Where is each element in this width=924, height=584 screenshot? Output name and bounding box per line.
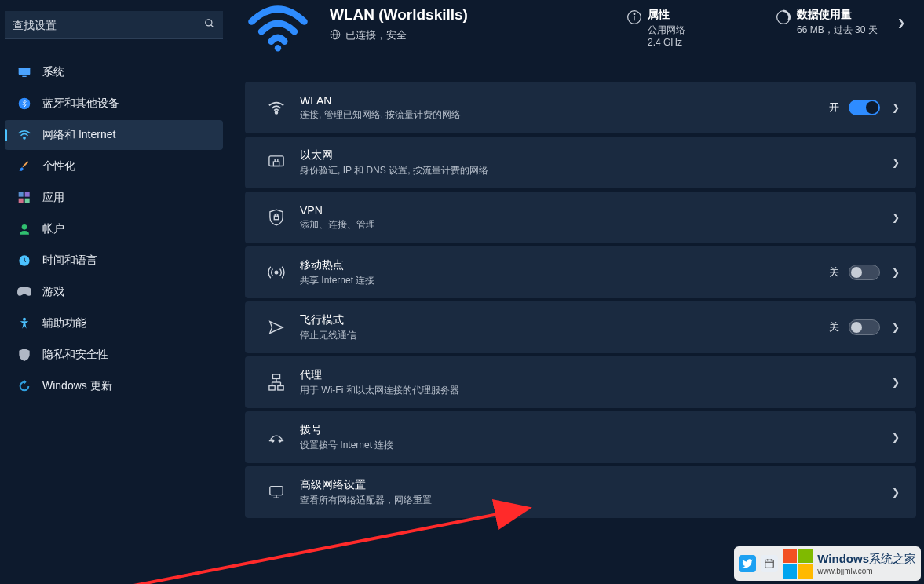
sidebar-item-label: 网络和 Internet: [42, 128, 115, 142]
row-title: 高级网络设置: [300, 478, 891, 492]
row-advanced-network[interactable]: 高级网络设置 查看所有网络适配器，网络重置 ❯: [245, 466, 916, 518]
accessibility-icon: [17, 316, 31, 330]
svg-point-19: [634, 13, 635, 15]
chart-icon: [770, 8, 797, 25]
row-wlan[interactable]: WLAN 连接, 管理已知网络, 按流量计费的网络 开 ❯: [245, 82, 916, 133]
sidebar-item-apps[interactable]: 应用: [5, 183, 223, 213]
gamepad-icon: [17, 285, 31, 299]
info-cards: 属性 公用网络 2.4 GHz 数据使用量 66 MB，过去 30 天 ❯: [610, 0, 916, 56]
svg-point-0: [206, 20, 212, 26]
sidebar-item-privacy[interactable]: 隐私和安全性: [5, 340, 223, 370]
properties-card[interactable]: 属性 公用网络 2.4 GHz: [610, 0, 759, 56]
sidebar-item-network[interactable]: 网络和 Internet: [5, 120, 223, 150]
row-subtitle: 连接, 管理已知网络, 按流量计费的网络: [300, 108, 829, 122]
row-title: 代理: [300, 368, 891, 382]
apps-icon: [17, 191, 31, 205]
usage-line1: 66 MB，过去 30 天: [797, 24, 897, 37]
svg-rect-7: [25, 192, 30, 197]
shield-icon: [17, 348, 31, 362]
windows-logo-icon: [783, 549, 813, 579]
wlan-toggle[interactable]: [849, 100, 880, 115]
row-subtitle: 身份验证, IP 和 DNS 设置, 按流量计费的网络: [300, 164, 891, 177]
row-title: 以太网: [300, 148, 891, 162]
svg-point-27: [275, 271, 278, 274]
svg-rect-22: [269, 156, 283, 166]
chevron-right-icon: ❯: [891, 377, 900, 388]
row-airplane[interactable]: 飞行模式 停止无线通信 关 ❯: [245, 301, 916, 353]
airplane-toggle[interactable]: [849, 319, 880, 335]
svg-rect-3: [22, 76, 26, 77]
svg-rect-9: [25, 199, 30, 203]
clock-icon: [17, 254, 31, 268]
svg-rect-2: [19, 68, 31, 75]
chevron-right-icon: ❯: [891, 267, 900, 278]
ethernet-icon: [261, 155, 292, 170]
sidebar-item-windows-update[interactable]: Windows 更新: [5, 371, 223, 401]
row-title: 移动热点: [300, 258, 829, 272]
sidebar-item-gaming[interactable]: 游戏: [5, 277, 223, 307]
sidebar-item-bluetooth[interactable]: 蓝牙和其他设备: [5, 89, 223, 119]
chevron-right-icon: ❯: [891, 432, 900, 443]
sidebar-item-label: 帐户: [42, 222, 64, 236]
svg-rect-23: [273, 162, 279, 166]
svg-rect-28: [272, 374, 279, 378]
search-input[interactable]: [13, 19, 204, 31]
chevron-right-icon: ❯: [891, 157, 900, 168]
sidebar-item-accessibility[interactable]: 辅助功能: [5, 308, 223, 338]
sidebar-item-time-language[interactable]: 时间和语言: [5, 246, 223, 276]
row-subtitle: 查看所有网络适配器，网络重置: [300, 494, 891, 507]
twitter-icon: [739, 555, 756, 572]
watermark-url: www.bjjmlv.com: [817, 567, 916, 575]
svg-line-1: [211, 25, 214, 27]
hotspot-toggle[interactable]: [849, 265, 880, 280]
svg-point-21: [276, 111, 278, 114]
search-box[interactable]: [5, 11, 223, 39]
shield-lock-icon: [261, 209, 292, 226]
globe-icon: [330, 29, 341, 42]
update-icon: [17, 379, 31, 393]
toggle-state-label: 关: [829, 265, 839, 279]
chevron-right-icon: ❯: [891, 487, 900, 498]
network-header: WLAN (Worldskills) 已连接，安全 属性 公用网络 2.4 GH…: [245, 0, 916, 78]
row-subtitle: 添加、连接、管理: [300, 218, 891, 232]
row-proxy[interactable]: 代理 用于 Wi-Fi 和以太网连接的代理服务器 ❯: [245, 356, 916, 408]
connection-name: WLAN (Worldskills): [330, 6, 591, 24]
sidebar-item-label: 时间和语言: [42, 254, 97, 268]
chevron-right-icon: ❯: [891, 322, 900, 333]
data-usage-card[interactable]: 数据使用量 66 MB，过去 30 天 ❯: [759, 0, 916, 56]
sidebar-item-personalization[interactable]: 个性化: [5, 151, 223, 181]
sidebar-item-label: 蓝牙和其他设备: [42, 97, 119, 111]
person-icon: [17, 222, 31, 236]
sidebar-item-system[interactable]: 系统: [5, 57, 223, 87]
svg-point-12: [23, 318, 26, 321]
sidebar: 系统 蓝牙和其他设备 网络和 Internet 个性化 应用: [0, 0, 228, 584]
wifi-icon: [261, 100, 292, 115]
brush-icon: [17, 159, 31, 173]
row-ethernet[interactable]: 以太网 身份验证, IP 和 DNS 设置, 按流量计费的网络 ❯: [245, 137, 916, 188]
row-hotspot[interactable]: 移动热点 共享 Internet 连接 关 ❯: [245, 246, 916, 298]
search-icon: [204, 18, 215, 31]
wifi-icon: [17, 128, 31, 142]
nav-list: 系统 蓝牙和其他设备 网络和 Internet 个性化 应用: [0, 57, 228, 402]
hotspot-icon: [261, 265, 292, 280]
properties-line2: 2.4 GHz: [648, 37, 748, 48]
svg-rect-26: [274, 216, 278, 220]
network-title-block: WLAN (Worldskills) 已连接，安全: [330, 6, 591, 42]
svg-rect-6: [19, 192, 24, 197]
svg-point-13: [275, 45, 281, 51]
sidebar-item-label: 个性化: [42, 159, 75, 173]
sidebar-item-accounts[interactable]: 帐户: [5, 214, 223, 244]
row-vpn[interactable]: VPN 添加、连接、管理 ❯: [245, 192, 916, 243]
row-title: VPN: [300, 204, 891, 217]
sidebar-item-label: 系统: [42, 65, 64, 79]
row-dialup[interactable]: 拨号 设置拨号 Internet 连接 ❯: [245, 411, 916, 463]
svg-point-10: [22, 224, 27, 230]
usage-title: 数据使用量: [797, 8, 897, 22]
toggle-state-label: 关: [829, 320, 839, 334]
bluetooth-icon: [17, 97, 31, 111]
row-subtitle: 共享 Internet 连接: [300, 274, 829, 287]
sidebar-item-label: 应用: [42, 191, 64, 205]
svg-rect-39: [270, 487, 283, 495]
row-subtitle: 设置拨号 Internet 连接: [300, 439, 891, 452]
chevron-right-icon: ❯: [891, 212, 900, 223]
